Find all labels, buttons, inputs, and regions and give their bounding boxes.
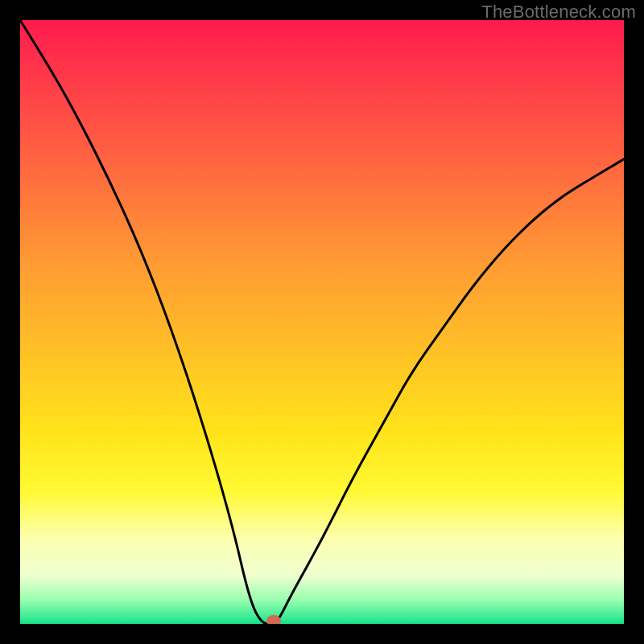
curve-path — [20, 20, 624, 624]
bottleneck-curve — [20, 20, 624, 624]
plot-area — [20, 20, 624, 624]
chart-frame: TheBottleneck.com — [0, 0, 644, 644]
watermark-text: TheBottleneck.com — [481, 2, 636, 23]
